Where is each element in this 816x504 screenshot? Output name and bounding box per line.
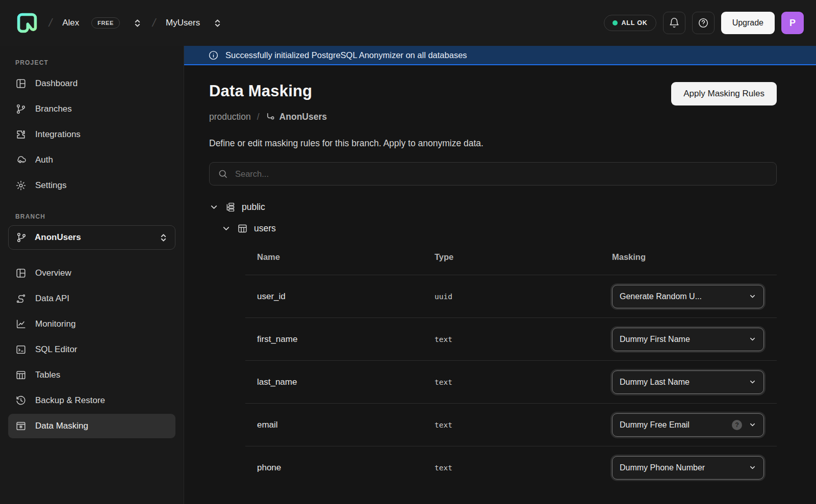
project-section-label: PROJECT bbox=[8, 59, 175, 66]
branches-icon bbox=[15, 103, 27, 115]
tree-node-schema[interactable]: public bbox=[209, 202, 777, 213]
column-type-value: uuid bbox=[423, 293, 600, 301]
data-masking-icon bbox=[15, 420, 27, 432]
breadcrumb-separator: / bbox=[257, 112, 260, 122]
masking-rule-select[interactable]: Dummy First Name bbox=[612, 328, 764, 351]
masking-rule-select[interactable]: Dummy Last Name bbox=[612, 370, 764, 394]
table-row: last_name text Dummy Last Name bbox=[245, 360, 777, 403]
upgrade-button[interactable]: Upgrade bbox=[721, 12, 775, 34]
nav-item-label: Overview bbox=[35, 268, 71, 278]
nav-item-label: Dashboard bbox=[35, 78, 78, 89]
integrations-icon bbox=[15, 129, 27, 140]
page-title: Data Masking bbox=[209, 82, 312, 100]
branch-selector[interactable]: AnonUsers bbox=[8, 225, 175, 250]
table-row: phone text Dummy Phone Number bbox=[245, 446, 777, 489]
column-type-value: text bbox=[423, 335, 600, 343]
info-icon bbox=[208, 50, 219, 61]
table-body: user_id uuid Generate Random U... first_… bbox=[245, 275, 777, 489]
sidebar-item-integrations[interactable]: Integrations bbox=[8, 122, 175, 147]
breadcrumb-parent-branch[interactable]: production bbox=[209, 112, 251, 122]
nav-item-label: SQL Editor bbox=[35, 344, 78, 355]
column-type-value: text bbox=[423, 378, 600, 386]
branch-nav-list: OverviewData APIMonitoringSQL EditorTabl… bbox=[8, 261, 175, 438]
project-name[interactable]: MyUsers bbox=[166, 18, 200, 28]
table-header-row: Name Type Masking bbox=[245, 239, 777, 275]
tree-node-table[interactable]: users bbox=[221, 223, 777, 234]
branch-selector-value: AnonUsers bbox=[35, 232, 151, 243]
nav-item-label: Auth bbox=[35, 155, 53, 165]
help-button[interactable] bbox=[692, 12, 715, 34]
notifications-button[interactable] bbox=[663, 12, 685, 34]
top-bar: / Alex FREE / MyUsers ALL OK bbox=[0, 0, 816, 46]
masking-rule-value: Dummy Phone Number bbox=[620, 463, 744, 472]
sidebar-item-tables[interactable]: Tables bbox=[8, 363, 175, 387]
search-icon bbox=[218, 169, 228, 179]
masking-rule-select[interactable]: Dummy Phone Number bbox=[612, 456, 764, 480]
sidebar-item-data-api[interactable]: Data API bbox=[8, 286, 175, 311]
data-api-icon bbox=[15, 293, 27, 304]
nav-item-label: Settings bbox=[35, 180, 66, 191]
branch-icon bbox=[16, 232, 27, 243]
sidebar-item-auth[interactable]: Auth bbox=[8, 148, 175, 172]
page-description: Define or edit masking rules for this br… bbox=[209, 138, 777, 149]
chevron-down-icon[interactable] bbox=[209, 202, 219, 212]
org-switcher-chevrons-icon[interactable] bbox=[133, 18, 142, 28]
breadcrumb-slash: / bbox=[44, 16, 57, 30]
masking-rule-value: Dummy First Name bbox=[620, 335, 744, 344]
sidebar-item-branches[interactable]: Branches bbox=[8, 97, 175, 121]
search-input[interactable] bbox=[235, 169, 768, 179]
masking-rule-select[interactable]: Generate Random U... bbox=[612, 285, 764, 308]
column-name-value: email bbox=[245, 420, 423, 430]
chevron-down-icon bbox=[749, 421, 756, 429]
help-badge-icon[interactable]: ? bbox=[732, 420, 742, 430]
sidebar-item-sql-editor[interactable]: SQL Editor bbox=[8, 337, 175, 362]
table-row: first_name text Dummy First Name bbox=[245, 317, 777, 360]
project-switcher-chevrons-icon[interactable] bbox=[213, 18, 222, 28]
sidebar-item-overview[interactable]: Overview bbox=[8, 261, 175, 285]
breadcrumb: production / AnonUsers bbox=[209, 112, 777, 122]
nav-item-label: Data API bbox=[35, 294, 69, 304]
column-header-masking: Masking bbox=[600, 252, 777, 262]
column-header-type: Type bbox=[423, 252, 600, 262]
sidebar-item-backup-restore[interactable]: Backup & Restore bbox=[8, 388, 175, 413]
sidebar-item-data-masking[interactable]: Data Masking bbox=[8, 414, 175, 438]
breadcrumb-slash: / bbox=[148, 16, 160, 30]
table-row: email text Dummy Free Email ? bbox=[245, 403, 777, 446]
column-name-value: last_name bbox=[245, 377, 423, 387]
apply-masking-rules-button[interactable]: Apply Masking Rules bbox=[671, 82, 777, 105]
org-name[interactable]: Alex bbox=[62, 18, 79, 28]
column-type-value: text bbox=[423, 421, 600, 429]
nav-item-label: Data Masking bbox=[35, 421, 88, 431]
masking-rule-value: Dummy Free Email bbox=[620, 420, 727, 430]
help-icon bbox=[698, 17, 709, 29]
nav-item-label: Tables bbox=[35, 370, 60, 380]
settings-icon bbox=[15, 180, 27, 191]
masking-rule-select[interactable]: Dummy Free Email ? bbox=[612, 413, 764, 437]
chevron-down-icon bbox=[749, 378, 756, 386]
masking-rule-value: Generate Random U... bbox=[620, 292, 744, 301]
sidebar-item-settings[interactable]: Settings bbox=[8, 173, 175, 198]
sidebar: PROJECT DashboardBranchesIntegrationsAut… bbox=[0, 46, 184, 504]
user-avatar[interactable]: P bbox=[781, 12, 804, 34]
nav-item-label: Branches bbox=[35, 104, 72, 114]
backup-icon bbox=[15, 395, 27, 406]
table-icon bbox=[237, 223, 248, 234]
auth-icon bbox=[15, 154, 27, 166]
status-badge[interactable]: ALL OK bbox=[604, 15, 656, 31]
neon-logo-icon[interactable] bbox=[15, 11, 39, 35]
column-header-name: Name bbox=[245, 252, 423, 262]
chevron-down-icon bbox=[749, 335, 756, 343]
sidebar-item-monitoring[interactable]: Monitoring bbox=[8, 312, 175, 336]
breadcrumb-current-branch[interactable]: AnonUsers bbox=[266, 112, 327, 122]
overview-icon bbox=[15, 268, 27, 279]
main-area: Successfully initialized PostgreSQL Anon… bbox=[184, 46, 816, 504]
sql-editor-icon bbox=[15, 344, 27, 355]
schema-tree: public users bbox=[209, 202, 777, 234]
nav-item-label: Backup & Restore bbox=[35, 395, 105, 406]
child-branch-icon bbox=[266, 112, 275, 122]
tables-icon bbox=[15, 369, 27, 381]
sidebar-item-dashboard[interactable]: Dashboard bbox=[8, 71, 175, 96]
status-dot-icon bbox=[613, 20, 618, 25]
chevron-down-icon[interactable] bbox=[221, 224, 231, 233]
table-name: users bbox=[254, 223, 276, 234]
